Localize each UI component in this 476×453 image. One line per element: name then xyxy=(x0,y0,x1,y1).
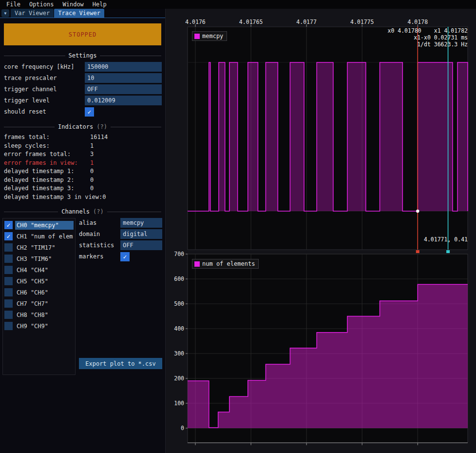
svg-text:0: 0 xyxy=(181,425,184,432)
trace-plot-legend[interactable]: memcpy xyxy=(192,31,227,41)
elements-plot[interactable]: 0100200300400500600700 num of elements xyxy=(171,251,476,446)
settings-title: Settings xyxy=(69,52,97,59)
indicator-frames-total: frames total:16114 xyxy=(0,133,165,142)
main-content: ▼ Var Viewer Trace Viewer STOPPED Settin… xyxy=(0,9,476,453)
collapse-arrow-icon[interactable]: ▼ xyxy=(1,9,9,17)
core-frequency-row: core frequency [kHz] xyxy=(4,62,162,72)
marker-frequency-value: 1/dt 36623.3 Hz xyxy=(388,41,468,48)
domain-row: domain digital xyxy=(79,229,162,239)
channel-row-ch5[interactable]: CH5 "CH5" xyxy=(3,276,75,287)
memcpy-legend-label: memcpy xyxy=(202,33,223,39)
elements-plot-legend[interactable]: num of elements xyxy=(192,259,259,269)
marker-x1-value: x1 4.01782 xyxy=(434,27,468,34)
svg-text:4.0177: 4.0177 xyxy=(296,19,317,25)
statistics-label: statistics xyxy=(79,242,120,249)
svg-text:4.0178: 4.0178 xyxy=(408,19,428,25)
menu-help[interactable]: Help xyxy=(88,0,111,9)
indicator-error-frames-in-view: error frames in view:1 xyxy=(0,159,165,168)
plots-window: 4.01764.017654.01774.017754.0178 memcpy … xyxy=(166,9,476,453)
channel-list[interactable]: CH0 "memcpy" CH1 "num of elem CH2 "TIM17… xyxy=(2,218,76,375)
trigger-level-row: trigger level xyxy=(4,96,162,105)
indicator-delayed-ts1: delayed timestamp 1:0 xyxy=(0,167,165,176)
channel-row-ch6[interactable]: CH6 "CH6" xyxy=(3,287,75,298)
should-reset-label: should reset xyxy=(4,108,46,115)
statistics-row: statistics OFF xyxy=(79,240,162,250)
elements-series-swatch xyxy=(194,261,200,267)
acquisition-state-button[interactable]: STOPPED xyxy=(4,23,161,45)
channel-ch5-checkbox[interactable] xyxy=(4,277,13,285)
elements-legend-label: num of elements xyxy=(202,260,255,267)
tab-bar: ▼ Var Viewer Trace Viewer xyxy=(0,9,165,18)
channels-title: Channels xyxy=(61,208,90,215)
channel-ch3-checkbox[interactable] xyxy=(4,255,13,263)
indicator-error-frames-total: error frames total:3 xyxy=(0,150,165,159)
channel-row-ch1[interactable]: CH1 "num of elem xyxy=(3,231,75,242)
statistics-combo[interactable]: OFF xyxy=(120,240,162,250)
channel-ch6-checkbox[interactable] xyxy=(4,288,13,296)
trace-plot[interactable]: 4.01764.017654.01774.017754.0178 memcpy … xyxy=(171,18,476,255)
indicator-delayed-ts2: delayed timestamp 2:0 xyxy=(0,176,165,185)
menu-file[interactable]: File xyxy=(2,0,25,9)
channel-ch2-checkbox[interactable] xyxy=(4,243,13,252)
svg-text:500: 500 xyxy=(174,300,184,307)
trace-prescaler-label: trace prescaler xyxy=(4,75,57,81)
marker-readout: x0 4.01780x1 4.01782 x1-x0 0.02731 ms 1/… xyxy=(388,27,468,48)
trace-prescaler-input[interactable] xyxy=(85,73,162,83)
trigger-level-input[interactable] xyxy=(85,96,162,105)
domain-label: domain xyxy=(79,231,120,237)
channel-row-ch8[interactable]: CH8 "CH8" xyxy=(3,309,75,320)
trace-plot-canvas[interactable]: 4.01764.017654.01774.017754.0178 xyxy=(171,18,476,255)
trigger-channel-label: trigger channel xyxy=(4,86,57,93)
indicator-sleep-cycles: sleep cycles:1 xyxy=(0,142,165,151)
alias-label: alias xyxy=(79,219,120,226)
channel-row-ch4[interactable]: CH4 "CH4" xyxy=(3,264,75,276)
channel-ch0-checkbox[interactable] xyxy=(4,221,13,229)
elements-plot-canvas[interactable]: 0100200300400500600700 xyxy=(171,251,476,446)
svg-text:700: 700 xyxy=(174,251,184,257)
channel-row-ch3[interactable]: CH3 "TIM6" xyxy=(3,253,75,264)
channels-help-icon[interactable]: (?) xyxy=(93,208,104,215)
should-reset-row: should reset xyxy=(4,107,162,117)
trace-prescaler-row: trace prescaler xyxy=(4,73,162,83)
menu-bar: File Options Window Help xyxy=(0,0,476,9)
tab-var-viewer[interactable]: Var Viewer xyxy=(11,9,54,18)
channel-ch8-checkbox[interactable] xyxy=(4,311,13,319)
alias-input[interactable] xyxy=(120,218,162,228)
indicators-title: Indicators xyxy=(58,123,93,130)
channels-section: CH0 "memcpy" CH1 "num of elem CH2 "TIM17… xyxy=(2,218,162,375)
channels-header: Channels(?) xyxy=(4,208,161,215)
marker-x0-value: x0 4.01780 xyxy=(388,27,421,34)
settings-header: Settings xyxy=(4,52,161,59)
channel-row-ch0[interactable]: CH0 "memcpy" xyxy=(3,219,75,231)
domain-combo[interactable]: digital xyxy=(120,229,162,239)
menu-window[interactable]: Window xyxy=(58,0,88,9)
channel-properties: alias domain digital statistics OFF mark… xyxy=(79,218,162,375)
svg-text:400: 400 xyxy=(174,325,184,332)
should-reset-checkbox[interactable] xyxy=(85,107,94,117)
indicators-header: Indicators(?) xyxy=(4,123,161,130)
channel-ch9-checkbox[interactable] xyxy=(4,322,13,330)
channel-row-ch2[interactable]: CH2 "TIM17" xyxy=(3,242,75,253)
markers-checkbox[interactable] xyxy=(120,252,130,261)
svg-text:200: 200 xyxy=(174,375,184,382)
indicators-help-icon[interactable]: (?) xyxy=(96,123,107,130)
menu-options[interactable]: Options xyxy=(25,0,58,9)
svg-text:4.01775: 4.01775 xyxy=(350,19,374,25)
trigger-channel-combo[interactable]: OFF xyxy=(85,84,162,94)
channel-row-ch7[interactable]: CH7 "CH7" xyxy=(3,298,75,309)
indicator-delayed-ts3-in-view: delayed timestamp 3 in view:0 xyxy=(0,193,165,202)
channel-row-ch9[interactable]: CH9 "CH9" xyxy=(3,320,75,332)
channel-ch4-checkbox[interactable] xyxy=(4,266,13,274)
tab-trace-viewer[interactable]: Trace Viewer xyxy=(54,9,104,18)
channel-ch7-checkbox[interactable] xyxy=(4,299,13,308)
export-csv-button[interactable]: Export plot to *.csv xyxy=(79,358,162,369)
svg-text:4.0176: 4.0176 xyxy=(185,19,206,25)
channel-ch1-checkbox[interactable] xyxy=(4,232,13,240)
markers-label: markers xyxy=(79,253,120,260)
core-frequency-input[interactable] xyxy=(85,62,162,72)
cursor-readout: 4.01771, 0.41 xyxy=(424,236,468,243)
viewer-window: ▼ Var Viewer Trace Viewer STOPPED Settin… xyxy=(0,9,166,453)
memcpy-series-swatch xyxy=(194,34,200,39)
trigger-channel-row: trigger channel OFF xyxy=(4,84,162,94)
svg-text:4.01765: 4.01765 xyxy=(239,19,263,25)
